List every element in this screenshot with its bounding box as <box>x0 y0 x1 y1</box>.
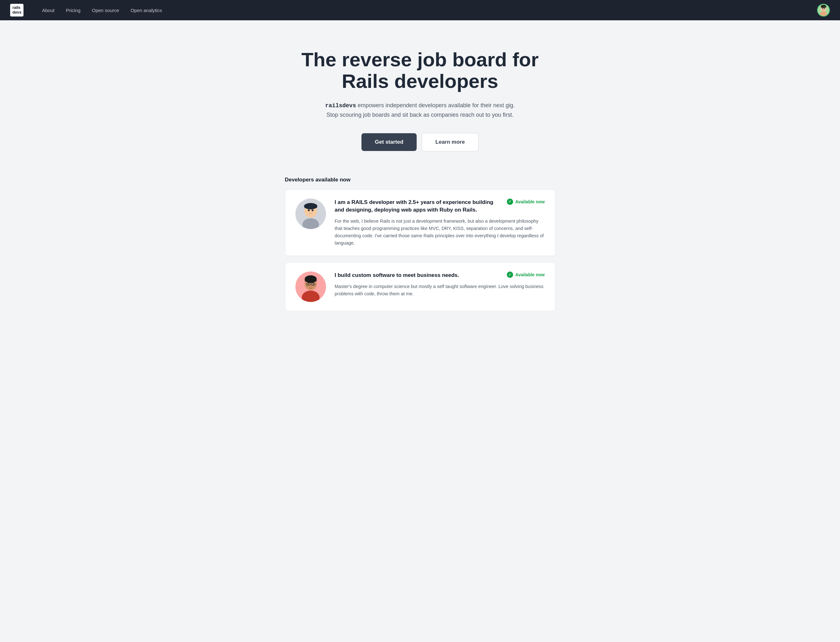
hero-title: The reverse job board for Rails develope… <box>296 49 544 92</box>
available-label: Available now <box>515 199 545 204</box>
available-icon: ✓ <box>507 199 513 205</box>
nav-link-pricing[interactable]: Pricing <box>60 0 86 20</box>
developer-description: Master's degree in computer science but … <box>335 283 545 298</box>
available-badge: ✓ Available now <box>507 272 545 278</box>
developers-section: Developers available now I am a RAILS de… <box>277 177 563 343</box>
available-badge: ✓ Available now <box>507 199 545 205</box>
dev-header: I am a RAILS developer with 2.5+ years o… <box>335 199 545 214</box>
svg-point-22 <box>310 285 311 287</box>
hero-buttons: Get started Learn more <box>6 133 834 151</box>
svg-point-10 <box>308 209 310 211</box>
nav-link-about[interactable]: About <box>36 0 60 20</box>
svg-point-6 <box>821 5 826 7</box>
section-title: Developers available now <box>285 177 555 183</box>
developer-title: I build custom software to meet business… <box>335 272 459 279</box>
hero-section: The reverse job board for Rails develope… <box>0 20 840 177</box>
logo-text: rails devs <box>10 4 23 16</box>
svg-point-11 <box>312 209 314 211</box>
svg-point-21 <box>313 284 314 285</box>
developer-avatar <box>296 272 326 302</box>
hero-subtitle: railsdevs empowers independent developer… <box>322 101 518 120</box>
available-label: Available now <box>515 272 545 277</box>
available-icon: ✓ <box>507 272 513 278</box>
navbar: rails devs About Pricing Open source Ope… <box>0 0 840 20</box>
developer-content: I build custom software to meet business… <box>335 272 545 298</box>
logo[interactable]: rails devs <box>10 4 23 16</box>
developer-description: For the web, I believe Rails is not just… <box>335 217 545 247</box>
avatar-image <box>818 5 829 16</box>
learn-more-button[interactable]: Learn more <box>422 133 479 151</box>
user-avatar[interactable] <box>817 4 830 16</box>
nav-link-open-source[interactable]: Open source <box>86 0 125 20</box>
developer-card[interactable]: I am a RAILS developer with 2.5+ years o… <box>285 190 555 256</box>
hero-brand: railsdevs <box>325 102 356 109</box>
dev-header: I build custom software to meet business… <box>335 272 545 279</box>
nav-link-open-analytics[interactable]: Open analytics <box>125 0 167 20</box>
developer-title: I am a RAILS developer with 2.5+ years o… <box>335 199 500 214</box>
developer-card[interactable]: I build custom software to meet business… <box>285 262 555 311</box>
svg-point-4 <box>824 8 825 9</box>
svg-point-3 <box>822 8 823 9</box>
nav-links: About Pricing Open source Open analytics <box>36 0 817 20</box>
developer-avatar <box>296 199 326 229</box>
svg-point-20 <box>307 284 309 285</box>
developer-content: I am a RAILS developer with 2.5+ years o… <box>335 199 545 247</box>
get-started-button[interactable]: Get started <box>361 133 417 151</box>
